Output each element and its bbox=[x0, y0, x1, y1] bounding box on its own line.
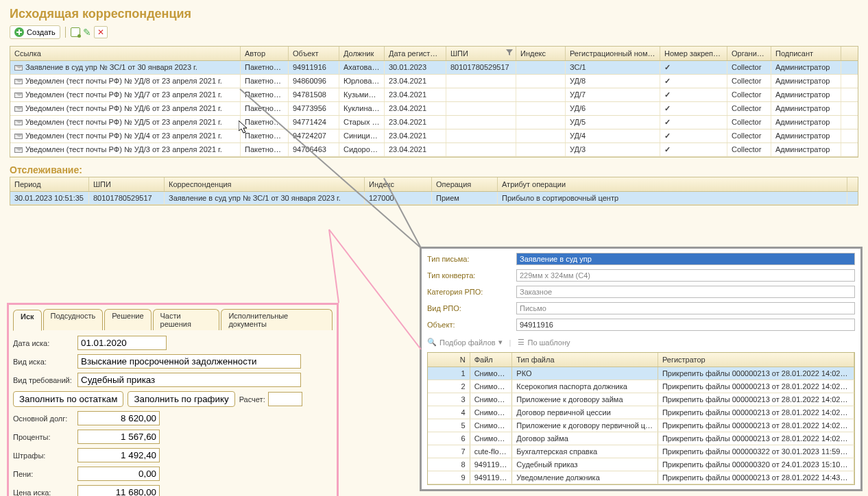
tracking-header: Период ШПИ Корреспонденция Индекс Операц… bbox=[10, 177, 858, 192]
input-date-isk[interactable] bbox=[77, 336, 167, 350]
lbl-vid-isk: Вид иска: bbox=[13, 358, 77, 366]
fill-rest-button[interactable]: Заполнить по остаткам bbox=[13, 391, 123, 407]
lawsuit-tabs: Иск Подсудность Решение Части решения Ис… bbox=[13, 309, 333, 330]
col-reg[interactable]: Регистратор bbox=[658, 353, 854, 367]
file-row[interactable]: 5Снимок …Приложение к договору первичной… bbox=[428, 419, 854, 432]
lbl-rpo-category: Категория РПО: bbox=[427, 288, 516, 296]
file-row[interactable]: 2Снимок …Ксерокопия паспорта должникаПри… bbox=[428, 380, 854, 393]
input-osn-dolg[interactable] bbox=[77, 411, 160, 425]
tracking-row[interactable]: 30.01.2023 10:51:3580101780529517Заявлен… bbox=[10, 192, 858, 205]
col-type[interactable]: Тип файла bbox=[512, 353, 658, 367]
lbl-date-isk: Дата иска: bbox=[13, 339, 77, 347]
table-row[interactable]: Уведомлен (тест почты РФ) № УД/8 от 23 а… bbox=[10, 75, 858, 88]
tracking-grid: Период ШПИ Корреспонденция Индекс Операц… bbox=[10, 177, 858, 206]
input-procenty[interactable] bbox=[77, 430, 160, 444]
input-rpo-category[interactable]: Заказное bbox=[516, 286, 855, 298]
col-oper[interactable]: Операция bbox=[432, 177, 498, 191]
correspondence-grid: Ссылка Автор Объект Должник Дата регистр… bbox=[10, 46, 858, 158]
svg-line-3 bbox=[329, 230, 339, 303]
toolbar-separator bbox=[65, 27, 66, 38]
col-idx[interactable]: Индекс bbox=[516, 47, 566, 60]
grid-body[interactable]: Заявление в суд упр № ЗС/1 от 30 января … bbox=[10, 61, 858, 157]
letter-detail-panel: Тип письма:Заявление в суд упр Тип конве… bbox=[420, 247, 863, 491]
tab-isk[interactable]: Иск bbox=[13, 310, 42, 331]
lbl-procenty: Проценты: bbox=[13, 433, 77, 441]
pencil-icon[interactable]: ✎ bbox=[83, 27, 91, 38]
col-podpis[interactable]: Подписант bbox=[771, 47, 841, 60]
input-shtrafy[interactable] bbox=[77, 448, 160, 462]
tab-reshenie[interactable]: Решение bbox=[104, 309, 151, 330]
calc-input[interactable] bbox=[268, 392, 302, 406]
files-grid: N Файл Тип файла Регистратор 1Снимок …РК… bbox=[427, 352, 855, 485]
file-row[interactable]: 3Снимок …Приложение к договору займаПрик… bbox=[428, 393, 854, 406]
file-row[interactable]: 7cute-flow…Бухгалтерская справкаПрикрепи… bbox=[428, 445, 854, 458]
file-row[interactable]: 99491191…Уведомление должникаПрикрепить … bbox=[428, 471, 854, 484]
grid-header-row: Ссылка Автор Объект Должник Дата регистр… bbox=[10, 47, 858, 61]
main-toolbar: Создать ✎ ✕ bbox=[0, 25, 868, 46]
tab-chasti[interactable]: Части решения bbox=[153, 309, 220, 330]
files-grid-header: N Файл Тип файла Регистратор bbox=[428, 353, 854, 367]
input-vid-isk[interactable] bbox=[77, 354, 301, 369]
file-row[interactable]: 4Снимок …Договор первичной цессииПрикреп… bbox=[428, 406, 854, 419]
files-grid-body[interactable]: 1Снимок …РКОПрикрепить файлы 000000213 о… bbox=[428, 367, 854, 484]
input-peni[interactable] bbox=[77, 467, 160, 481]
fill-graph-button[interactable]: Заполнить по графику bbox=[128, 391, 234, 407]
input-vid-treb[interactable] bbox=[77, 373, 301, 387]
input-rpo-type[interactable]: Письмо bbox=[516, 302, 855, 314]
lawsuit-panel: Иск Подсудность Решение Части решения Ис… bbox=[7, 303, 339, 496]
col-avtor[interactable]: Автор bbox=[241, 47, 289, 60]
table-row[interactable]: Уведомлен (тест почты РФ) № УД/5 от 23 а… bbox=[10, 116, 858, 129]
col-nomerzak[interactable]: Номер закреплен bbox=[660, 47, 727, 60]
lbl-shtrafy: Штрафы: bbox=[13, 451, 77, 460]
col-org[interactable]: Организация bbox=[727, 47, 771, 60]
input-cena-isk[interactable] bbox=[77, 485, 160, 496]
tab-podsud[interactable]: Подсудность bbox=[43, 309, 104, 330]
template-icon: ☰ bbox=[518, 338, 525, 347]
table-row[interactable]: Уведомлен (тест почты РФ) № УД/4 от 23 а… bbox=[10, 129, 858, 143]
lbl-type-letter: Тип письма: bbox=[427, 255, 516, 263]
lbl-type-envelope: Тип конверта: bbox=[427, 271, 516, 280]
table-row[interactable]: Заявление в суд упр № ЗС/1 от 30 января … bbox=[10, 61, 858, 75]
lbl-vid-treb: Вид требований: bbox=[13, 376, 77, 384]
plus-circle-icon bbox=[14, 27, 24, 37]
input-type-envelope[interactable]: 229мм х 324мм (C4) bbox=[516, 269, 855, 282]
create-label: Создать bbox=[27, 28, 56, 36]
lbl-cena-isk: Цена иска: bbox=[13, 488, 77, 497]
copy-icon[interactable] bbox=[71, 27, 80, 37]
col-korr[interactable]: Корреспонденция bbox=[165, 177, 365, 191]
svg-line-2 bbox=[329, 230, 421, 349]
col-tshpi[interactable]: ШПИ bbox=[89, 177, 165, 191]
calc-label: Расчет: bbox=[239, 395, 265, 404]
lbl-rpo-type: Вид РПО: bbox=[427, 304, 516, 312]
tab-ispdoc[interactable]: Исполнительные документы bbox=[221, 309, 333, 330]
tracking-title: Отслеживание: bbox=[0, 162, 868, 177]
col-regnum[interactable]: Регистрационный номер bbox=[566, 47, 660, 60]
input-type-letter[interactable]: Заявление в суд упр bbox=[516, 253, 855, 265]
filter-icon[interactable] bbox=[506, 49, 513, 56]
col-dolzhnik[interactable]: Должник bbox=[339, 47, 385, 60]
file-row[interactable]: 6Снимок …Договор займаПрикрепить файлы 0… bbox=[428, 432, 854, 445]
col-datareg[interactable]: Дата регистрации bbox=[385, 47, 446, 60]
table-row[interactable]: Уведомлен (тест почты РФ) № УД/7 от 23 а… bbox=[10, 88, 858, 102]
col-attr[interactable]: Атрибут операции bbox=[498, 177, 847, 191]
col-file[interactable]: Файл bbox=[470, 353, 513, 367]
col-n[interactable]: N bbox=[428, 353, 470, 367]
file-row[interactable]: 89491191…Судебный приказПрикрепить файлы… bbox=[428, 458, 854, 471]
table-row[interactable]: Уведомлен (тест почты РФ) № УД/6 от 23 а… bbox=[10, 102, 858, 116]
input-object[interactable]: 94911916 bbox=[516, 319, 855, 331]
lbl-object: Объект: bbox=[427, 321, 516, 329]
table-row[interactable]: Уведомлен (тест почты РФ) № УД/3 от 23 а… bbox=[10, 143, 858, 157]
lbl-peni: Пени: bbox=[13, 470, 77, 478]
page-title: Исходящая корреспонденция bbox=[0, 0, 868, 25]
delete-icon[interactable]: ✕ bbox=[94, 26, 108, 38]
by-template-link[interactable]: ☰По шаблону bbox=[518, 338, 570, 347]
col-obj[interactable]: Объект bbox=[289, 47, 339, 60]
col-period[interactable]: Период bbox=[10, 177, 89, 191]
col-shpi[interactable]: ШПИ bbox=[446, 47, 516, 60]
create-button[interactable]: Создать bbox=[10, 25, 60, 39]
col-ssylka[interactable]: Ссылка bbox=[10, 47, 241, 60]
pick-files-link[interactable]: 🔍Подбор файлов ▾ bbox=[427, 338, 503, 347]
file-row[interactable]: 1Снимок …РКОПрикрепить файлы 000000213 о… bbox=[428, 367, 854, 380]
tracking-body[interactable]: 30.01.2023 10:51:3580101780529517Заявлен… bbox=[10, 192, 858, 205]
col-tindeks[interactable]: Индекс bbox=[365, 177, 432, 191]
